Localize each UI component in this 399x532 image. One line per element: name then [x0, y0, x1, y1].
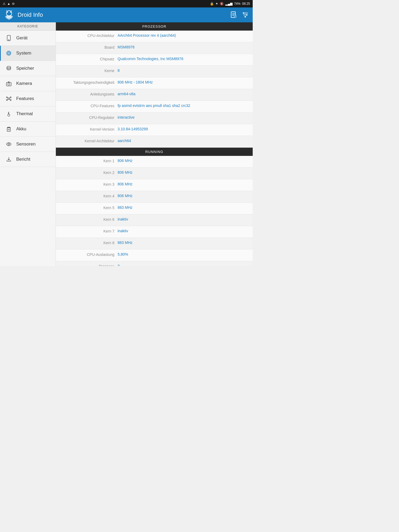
row-label: Kernel-Architektur	[59, 139, 118, 143]
row-value: aarch64	[118, 139, 250, 143]
sidebar-label-thermal: Thermal	[16, 111, 33, 117]
row-label: Board	[59, 45, 118, 49]
content-area: PROZESSOR CPU-Architektur AArch64 Proces…	[56, 22, 253, 266]
sidebar-item-gerat[interactable]: Gerät	[0, 31, 56, 46]
row-value: 806 MHz	[118, 170, 250, 174]
running-section-header: RUNNING	[56, 148, 253, 156]
table-row: CPU-Auslastung 5,80%	[56, 250, 253, 261]
svg-point-21	[245, 16, 246, 18]
alert-icon: ▲	[7, 2, 10, 6]
svg-rect-5	[6, 15, 12, 19]
svg-point-43	[10, 97, 11, 98]
table-row: Kern 1 806 MHz	[56, 156, 253, 168]
row-value: inaktiv	[118, 217, 250, 221]
sidebar-item-sensoren[interactable]: Sensoren	[0, 137, 56, 152]
status-bar-left-icons: ⚠ ▲ ⊖	[3, 2, 15, 6]
row-value: Qualcomm Technologies, Inc MSM8976	[118, 57, 250, 61]
phone-icon	[5, 34, 13, 42]
svg-rect-54	[7, 128, 10, 131]
row-value: 806 MHz	[118, 182, 250, 186]
row-label: Taktungsgeschwindigkeit	[59, 80, 118, 85]
table-row: Kern 8 883 MHz	[56, 238, 253, 250]
row-value: MSM8976	[118, 45, 250, 49]
row-label: Kern 2	[59, 170, 118, 175]
table-row: Kernel-Version 3.10.84-14953299	[56, 124, 253, 136]
sidebar-item-features[interactable]: Features	[0, 91, 56, 106]
svg-point-38	[7, 66, 11, 68]
row-value: arm64-v8a	[118, 92, 250, 96]
chip-icon	[5, 49, 13, 57]
signal-icon: ▂▄▆	[225, 2, 232, 6]
database-icon	[5, 65, 13, 72]
bluetooth-icon: ✦	[215, 2, 218, 6]
row-label: Kern 4	[59, 194, 118, 198]
svg-point-20	[246, 14, 248, 16]
row-value: interactive	[118, 115, 250, 119]
svg-rect-22	[7, 35, 10, 41]
table-row: Chipsatz Qualcomm Technologies, Inc MSM8…	[56, 54, 253, 66]
svg-rect-24	[7, 52, 10, 55]
camera-icon	[5, 80, 13, 87]
warning-icon: ⚠	[3, 2, 6, 6]
row-value: 806 MHz	[118, 159, 250, 163]
sidebar-label-speicher: Speicher	[16, 66, 34, 71]
row-label: Prozesse	[59, 264, 118, 266]
row-label: CPU-Architektur	[59, 33, 118, 38]
row-value: 5,80%	[118, 252, 250, 256]
svg-rect-9	[9, 19, 10, 20]
svg-point-44	[6, 99, 7, 101]
header-actions	[230, 11, 249, 19]
sidebar-label-system: System	[16, 51, 31, 56]
table-row: Kern 3 806 MHz	[56, 179, 253, 191]
download-icon	[5, 156, 13, 163]
sidebar-label-features: Features	[16, 96, 34, 101]
time-display: 08:25	[242, 2, 250, 6]
sidebar-item-kamera[interactable]: Kamera	[0, 76, 56, 91]
svg-line-48	[7, 99, 8, 100]
row-value: 3.10.84-14953299	[118, 127, 250, 131]
status-bar: ⚠ ▲ ⊖ 🔒 ✦ 🔇 ▂▄▆ 74% 08:25	[0, 0, 253, 7]
row-label: Kern 7	[59, 229, 118, 233]
table-row: Kern 2 806 MHz	[56, 168, 253, 179]
sidebar-item-thermal[interactable]: Thermal	[0, 106, 56, 122]
sidebar-item-akku[interactable]: Akku	[0, 122, 56, 137]
sidebar-item-speicher[interactable]: Speicher	[0, 61, 56, 76]
row-label: Chipsatz	[59, 57, 118, 61]
table-row: Taktungsgeschwindigkeit 806 MHz - 1804 M…	[56, 77, 253, 89]
row-value: 883 MHz	[118, 240, 250, 245]
row-label: CPU-Auslastung	[59, 252, 118, 257]
sidebar-item-bericht[interactable]: Bericht	[0, 152, 56, 167]
svg-line-47	[9, 98, 10, 98]
features-icon	[5, 95, 13, 102]
row-label: Kern 5	[59, 205, 118, 210]
svg-point-19	[243, 13, 244, 14]
svg-point-51	[8, 114, 10, 116]
row-value: AArch64 Processor rev 4 (aarch64)	[118, 33, 250, 38]
row-value: 883 MHz	[118, 205, 250, 210]
svg-line-46	[7, 98, 8, 98]
table-row: Kern 5 883 MHz	[56, 203, 253, 214]
app-title: Droid Info	[18, 11, 230, 18]
row-value: fp asimd evtstrm aes pmull sha1 sha2 crc…	[118, 103, 250, 108]
sidebar-label-sensoren: Sensoren	[16, 142, 36, 147]
thermal-icon	[5, 110, 13, 118]
document-icon[interactable]	[230, 11, 237, 19]
prozessor-rows: CPU-Architektur AArch64 Processor rev 4 …	[56, 31, 253, 148]
row-value: inaktiv	[118, 229, 250, 233]
table-row: CPU-Regulator interactive	[56, 113, 253, 124]
eye-icon	[5, 140, 13, 148]
svg-line-49	[9, 99, 10, 100]
filter-icon[interactable]	[242, 11, 249, 19]
main-layout: KATEGORIE Gerät Sys	[0, 22, 253, 266]
svg-point-57	[8, 143, 10, 145]
svg-point-42	[6, 97, 7, 98]
sidebar-item-system[interactable]: System	[0, 46, 56, 61]
table-row: Kern 7 inaktiv	[56, 226, 253, 238]
prozessor-section-header: PROZESSOR	[56, 22, 253, 31]
sidebar-label-bericht: Bericht	[16, 157, 30, 162]
svg-point-40	[8, 83, 10, 85]
minus-icon: ⊖	[12, 2, 15, 6]
svg-point-23	[9, 40, 9, 40]
row-label: Kerne	[59, 68, 118, 73]
svg-point-1	[7, 12, 8, 13]
